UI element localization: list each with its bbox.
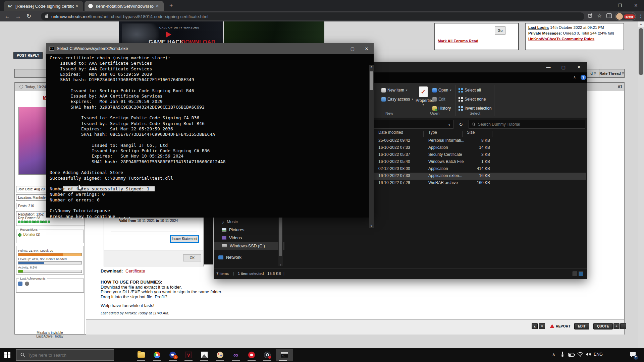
cmd-scroll-down-icon[interactable]: ∨ <box>369 223 374 228</box>
menu-kebab-icon[interactable]: ⋮ <box>638 13 643 19</box>
column-size[interactable]: Size <box>467 130 475 135</box>
new-tab-button[interactable]: + <box>169 2 173 9</box>
scroll-top-icon[interactable]: ▲ <box>532 323 538 329</box>
view-details-icon[interactable] <box>573 272 577 276</box>
issuer-statement-button[interactable]: Issuer Statement <box>170 235 199 242</box>
rate-thread-dropdown[interactable]: Rate Thread ▽ <box>599 69 624 77</box>
invert-selection-button[interactable]: Invert selection <box>459 106 492 111</box>
cmd-maximize-icon[interactable]: ▢ <box>345 43 360 54</box>
steam-icon[interactable]: 5 <box>166 349 179 361</box>
speaker-icon[interactable] <box>586 352 591 358</box>
cmd-minimize-icon[interactable]: — <box>331 43 345 54</box>
thread-tools-dropdown[interactable]: d ▽ <box>587 69 599 77</box>
scrollbar-thumb[interactable] <box>639 28 643 75</box>
report-button[interactable]: REPORT <box>550 324 571 328</box>
history-button[interactable]: History <box>432 106 451 111</box>
donator-link[interactable]: Donator <box>23 233 36 236</box>
action-center-icon[interactable]: 7 <box>630 352 636 358</box>
tab-close-icon[interactable]: ✕ <box>74 4 80 8</box>
cmd-close-icon[interactable]: ✕ <box>360 43 374 54</box>
ribbon-collapse-icon[interactable]: ∧ <box>573 75 576 79</box>
view-large-icons-icon[interactable] <box>579 272 583 276</box>
nav-item-network[interactable]: Network <box>214 253 284 261</box>
forward-icon[interactable]: → <box>13 13 23 20</box>
nav-scrollbar[interactable]: ∨ <box>278 216 283 266</box>
battery-icon[interactable] <box>568 353 575 358</box>
nav-item-pictures[interactable]: Pictures <box>214 226 284 234</box>
tab-close-icon[interactable]: ✕ <box>154 4 160 8</box>
nav-item-windows-ssd[interactable]: Windows-SSD (C:) <box>214 242 284 250</box>
back-icon[interactable]: ← <box>2 13 13 20</box>
cmd-title-bar[interactable]: C:\ Select C:\Windows\system32\cmd.exe —… <box>46 43 374 54</box>
side-panel-icon[interactable] <box>606 13 612 19</box>
open-button[interactable]: Open▾ <box>432 88 451 93</box>
explorer-search-input[interactable] <box>478 122 572 127</box>
browser-tab-active[interactable]: uc [Release] Code signing certificate ✕ <box>4 1 83 11</box>
quick-reply-icon[interactable] <box>620 323 626 329</box>
forum-search-go-button[interactable]: Go <box>495 26 505 35</box>
cmd-taskbar-icon[interactable]: >_ <box>276 349 293 361</box>
cmd-console[interactable]: Cross certificate chain (using machine s… <box>46 54 374 218</box>
window-minimize-button[interactable]: — <box>598 0 611 11</box>
explorer-search-box[interactable] <box>469 120 585 129</box>
taskbar-search[interactable] <box>16 349 114 361</box>
mark-all-forums-read-link[interactable]: Mark All Forums Read <box>438 39 478 43</box>
select-none-button[interactable]: Select none <box>459 97 486 102</box>
taskbar-search-input[interactable] <box>28 353 102 358</box>
visual-studio-icon[interactable]: ∞ <box>229 349 243 361</box>
wifi-icon[interactable] <box>577 352 583 358</box>
column-date-modified[interactable]: Date modified <box>378 130 403 135</box>
cmd-scrollbar-thumb[interactable] <box>370 71 373 90</box>
browser-tab-inactive[interactable]: kenn-notation/SetWindowsHook ✕ <box>85 1 164 11</box>
scroll-bottom-icon[interactable]: ▼ <box>539 323 545 329</box>
post-reply-button[interactable]: POST REPLY <box>13 52 43 59</box>
bookmark-star-icon[interactable]: ☆ <box>597 12 602 19</box>
cmd-scrollbar[interactable]: ∧ ∨ <box>369 65 374 228</box>
help-icon[interactable]: ? <box>581 75 586 80</box>
quote-button[interactable]: QUOTE <box>593 323 613 329</box>
obs-icon[interactable] <box>261 349 274 361</box>
community-rules-link[interactable]: UnKnoWnCheaTs Community Rules <box>528 37 594 41</box>
column-type[interactable]: Type <box>428 130 437 135</box>
multi-quote-icon[interactable]: + <box>613 323 620 329</box>
page-scrollbar[interactable]: ▲ <box>638 21 644 348</box>
address-bar[interactable]: unknowncheats.me/forum/anti-cheat-bypass… <box>41 12 584 20</box>
nav-scroll-down-icon[interactable]: ∨ <box>278 263 283 266</box>
forum-search-input[interactable] <box>438 27 492 34</box>
scrollbar-up-arrow[interactable]: ▲ <box>638 21 644 27</box>
nav-scrollbar-thumb[interactable] <box>279 217 282 256</box>
start-button[interactable] <box>1 349 14 361</box>
explorer-minimize-icon[interactable]: — <box>541 62 555 72</box>
refresh-icon[interactable]: ↻ <box>456 120 466 129</box>
address-dropdown-icon[interactable]: ∨ <box>448 123 450 126</box>
private-messages-label[interactable]: Private Messages: <box>528 31 562 35</box>
profile-chip[interactable]: Error <box>615 12 636 21</box>
last-edited-link[interactable]: Last edited by Miraka <box>101 311 136 315</box>
window-maximize-button[interactable]: ❐ <box>613 0 627 11</box>
file-explorer-icon[interactable] <box>135 349 148 361</box>
red-app-icon[interactable] <box>245 349 258 361</box>
v-app-icon[interactable]: V <box>182 349 195 361</box>
reload-icon[interactable]: ↻ <box>23 13 34 20</box>
explorer-maximize-icon[interactable]: ▢ <box>556 62 571 72</box>
chrome-icon[interactable] <box>150 349 164 361</box>
cmd-scroll-up-icon[interactable]: ∧ <box>369 65 374 70</box>
edit-button[interactable]: EDIT <box>574 323 589 329</box>
post-number[interactable]: #1 <box>618 84 622 89</box>
paint-icon[interactable] <box>213 349 227 361</box>
new-item-button[interactable]: New item▾ <box>381 88 408 93</box>
edit-button-ribbon[interactable]: Edit <box>432 97 445 102</box>
nav-item-videos[interactable]: Videos <box>214 234 284 242</box>
microphone-icon[interactable] <box>560 351 565 358</box>
share-icon[interactable] <box>588 13 593 19</box>
cert-ok-button[interactable]: OK <box>183 254 201 261</box>
window-close-button[interactable]: ✕ <box>629 0 643 11</box>
photos-icon[interactable] <box>198 349 211 361</box>
explorer-close-icon[interactable]: ✕ <box>572 62 586 72</box>
certificate-download-link[interactable]: Certificate <box>125 268 145 274</box>
tray-expand-icon[interactable]: ∧ <box>552 352 555 357</box>
properties-button[interactable]: ✓ Properties ▾ <box>416 86 431 106</box>
easy-access-button[interactable]: Easy access▾ <box>381 97 413 102</box>
language-indicator[interactable]: ENG <box>594 352 603 357</box>
select-all-button[interactable]: Select all <box>459 88 481 93</box>
